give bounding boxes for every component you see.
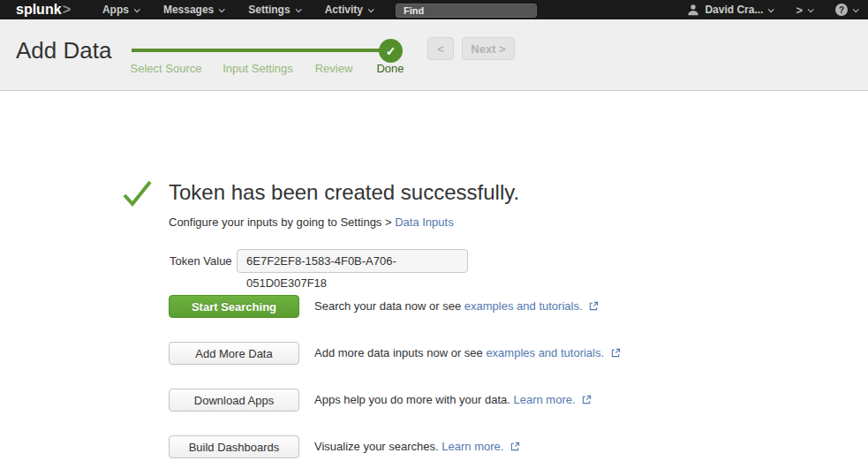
data-inputs-link[interactable]: Data Inputs bbox=[395, 215, 454, 229]
download-apps-desc: Apps help you do more with your data. Le… bbox=[314, 393, 592, 406]
nav-settings[interactable]: Settings bbox=[236, 0, 312, 19]
nav-settings-label: Settings bbox=[248, 4, 290, 16]
start-searching-button[interactable]: Start Searching bbox=[169, 295, 299, 318]
splunk-logo[interactable]: splunk> bbox=[16, 2, 71, 18]
add-more-data-desc: Add more data inputs now or see examples… bbox=[314, 346, 621, 359]
desc-text: Search your data now or see bbox=[314, 299, 464, 313]
nav-messages-label: Messages bbox=[163, 4, 214, 16]
splunk-logo-text: splunk bbox=[16, 2, 62, 18]
chevron-down-icon bbox=[808, 6, 814, 12]
nav-apps[interactable]: Apps bbox=[90, 0, 151, 19]
action-row-download-apps: Download Apps Apps help you do more with… bbox=[0, 389, 868, 412]
build-dashboards-desc: Visualize your searches. Learn more. bbox=[314, 440, 520, 453]
add-more-data-button[interactable]: Add More Data bbox=[169, 342, 299, 365]
wizard-progress-line bbox=[132, 49, 391, 52]
find-search-input[interactable] bbox=[396, 4, 537, 18]
success-heading: Token has been created successfully. bbox=[169, 180, 519, 205]
back-button[interactable]: < bbox=[427, 37, 454, 60]
download-apps-button[interactable]: Download Apps bbox=[169, 389, 299, 412]
splunk-arrow-icon: > bbox=[796, 4, 803, 17]
action-row-build-dashboards: Build Dashboards Visualize your searches… bbox=[0, 435, 868, 458]
chevron-down-icon bbox=[219, 6, 225, 12]
page-title: Add Data bbox=[16, 37, 111, 64]
external-link-icon bbox=[582, 395, 592, 404]
chevron-down-icon bbox=[853, 6, 859, 12]
desc-text: Add more data inputs now or see bbox=[314, 346, 486, 359]
user-icon bbox=[687, 4, 699, 16]
nav-messages[interactable]: Messages bbox=[151, 0, 236, 19]
find-search-wrap bbox=[396, 2, 537, 18]
learn-more-link[interactable]: Learn more. bbox=[513, 393, 575, 406]
build-dashboards-button[interactable]: Build Dashboards bbox=[169, 435, 299, 458]
splunk-logo-arrow: > bbox=[63, 2, 71, 18]
chevron-down-icon bbox=[134, 6, 140, 12]
chevron-down-icon bbox=[768, 6, 774, 12]
top-nav-menu: Apps Messages Settings Activity bbox=[90, 0, 385, 19]
step-done: Done bbox=[376, 62, 404, 75]
token-value-label: Token Value bbox=[170, 254, 232, 268]
check-glyph: ✓ bbox=[386, 44, 396, 58]
wizard-done-check-icon: ✓ bbox=[379, 39, 403, 63]
token-value-field[interactable]: 6E7F2EF8-1583-4F0B-A706-051D0E307F18 bbox=[237, 249, 468, 273]
help-icon: ? bbox=[835, 4, 848, 16]
external-link-icon bbox=[589, 301, 599, 311]
nav-apps-label: Apps bbox=[102, 4, 129, 16]
user-menu[interactable]: David Cra... bbox=[687, 4, 773, 16]
external-link-icon bbox=[510, 442, 520, 451]
chevron-down-icon bbox=[368, 6, 374, 12]
desc-text: Visualize your searches. bbox=[314, 440, 442, 453]
external-link-icon bbox=[611, 348, 621, 358]
step-review: Review bbox=[315, 62, 353, 75]
splunk-arrow-menu[interactable]: > bbox=[796, 4, 812, 17]
top-nav-bar: splunk> Apps Messages Settings Activity … bbox=[0, 0, 868, 19]
topbar-right-group: David Cra... > ? bbox=[687, 4, 857, 17]
next-button[interactable]: Next > bbox=[462, 37, 515, 60]
desc-text: Apps help you do more with your data. bbox=[314, 393, 513, 406]
nav-activity-label: Activity bbox=[325, 4, 363, 16]
action-row-start-searching: Start Searching Search your data now or … bbox=[0, 295, 868, 318]
success-check-icon bbox=[121, 178, 155, 208]
user-name: David Cra... bbox=[705, 4, 763, 16]
configure-hint: Configure your inputs by going to Settin… bbox=[169, 215, 454, 229]
help-menu[interactable]: ? bbox=[835, 4, 857, 16]
main-content: Token has been created successfully. Con… bbox=[0, 92, 868, 476]
learn-more-link[interactable]: Learn more. bbox=[442, 440, 503, 453]
action-row-add-more-data: Add More Data Add more data inputs now o… bbox=[0, 342, 868, 365]
examples-tutorials-link[interactable]: examples and tutorials. bbox=[486, 346, 604, 359]
nav-activity[interactable]: Activity bbox=[313, 0, 385, 19]
chevron-down-icon bbox=[295, 6, 301, 12]
step-input-settings: Input Settings bbox=[223, 62, 293, 75]
step-select-source: Select Source bbox=[131, 62, 202, 75]
start-searching-desc: Search your data now or see examples and… bbox=[314, 299, 599, 313]
examples-tutorials-link[interactable]: examples and tutorials. bbox=[464, 299, 583, 313]
configure-hint-text: Configure your inputs by going to Settin… bbox=[169, 215, 395, 229]
wizard-header: Add Data ✓ Select Source Input Settings … bbox=[0, 19, 868, 91]
